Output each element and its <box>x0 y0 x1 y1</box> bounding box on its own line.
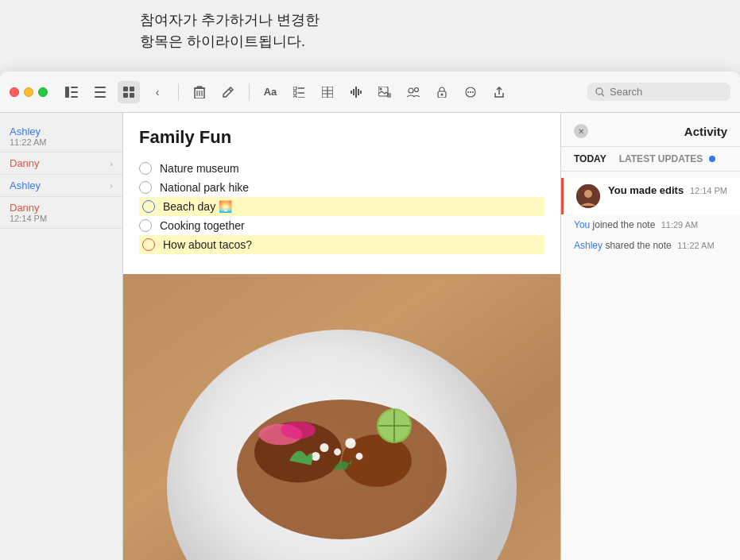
svg-rect-4 <box>95 87 106 88</box>
checklist-button[interactable] <box>288 81 310 103</box>
list-icon <box>95 87 106 98</box>
tooltip-line2: 항목은 하이라이트됩니다. <box>140 33 305 49</box>
svg-point-44 <box>596 88 602 95</box>
user-avatar-icon <box>576 184 600 208</box>
checklist-item-3[interactable]: Beach day 🌅 <box>139 197 544 216</box>
activity-header: ✕ Activity <box>561 113 740 147</box>
activity-time-1: 11:29 AM <box>661 220 698 230</box>
note-content[interactable]: Nature museum National park hike Beach d… <box>123 154 560 274</box>
svg-rect-6 <box>95 96 106 98</box>
activity-item-main: You made edits 12:14 PM <box>608 184 727 196</box>
food-svg <box>123 274 560 560</box>
tab-today[interactable]: TODAY <box>574 153 606 164</box>
checkbox-2[interactable] <box>139 181 152 194</box>
checklist-text-5: How about tacos? <box>163 238 252 251</box>
svg-point-37 <box>415 87 419 91</box>
activity-item-content: You made edits 12:14 PM <box>608 184 727 196</box>
trash-icon <box>194 86 205 98</box>
zoom-button[interactable] <box>38 87 48 97</box>
checklist-text-4: Cooking together <box>160 219 245 232</box>
search-icon <box>595 87 605 97</box>
tab-latest-updates[interactable]: LATEST UPDATES <box>619 153 715 164</box>
activity-item-you-joined: You joined the note 11:29 AM <box>561 214 740 235</box>
sidebar-item-ashley-1[interactable]: Ashley 11:22 AM <box>0 121 122 153</box>
separator-2 <box>249 83 250 101</box>
checklist-text-1: Nature museum <box>160 162 239 175</box>
sidebar-entry-time: 11:22 AM <box>10 137 113 147</box>
svg-line-45 <box>602 94 604 96</box>
edit-button[interactable] <box>217 81 239 103</box>
grid-view-button[interactable] <box>118 81 140 103</box>
search-box[interactable] <box>587 83 730 101</box>
collaborate-button[interactable] <box>402 81 424 103</box>
sidebar-item-danny-2[interactable]: Danny 12:14 PM <box>0 197 122 229</box>
checklist-item-5[interactable]: How about tacos? <box>139 235 544 254</box>
activity-item-you-made-edits[interactable]: You made edits 12:14 PM <box>561 178 740 214</box>
activity-action-2: shared the note <box>605 240 671 251</box>
activity-item-ashley-shared: Ashley shared the note 11:22 AM <box>561 235 740 256</box>
delete-button[interactable] <box>188 81 211 103</box>
waveform-icon <box>351 87 362 98</box>
media-button[interactable] <box>374 81 396 103</box>
activity-title: Activity <box>684 125 727 138</box>
tooltip-line1: 참여자가 추가하거나 변경한 <box>140 12 320 28</box>
checklist-item-4[interactable]: Cooking together <box>139 216 544 235</box>
table-button[interactable] <box>316 81 339 103</box>
back-button[interactable]: ‹ <box>146 81 169 103</box>
svg-point-58 <box>320 443 329 452</box>
note-header: Family Fun <box>123 113 560 154</box>
checklist-icon <box>293 87 304 98</box>
tooltip-overlay: 참여자가 추가하거나 변경한 항목은 하이라이트됩니다. <box>127 0 366 62</box>
svg-point-57 <box>281 422 316 439</box>
checkbox-5[interactable] <box>142 238 155 251</box>
share-button[interactable] <box>488 81 510 103</box>
svg-point-41 <box>467 91 469 93</box>
note-food-image <box>123 274 560 560</box>
svg-rect-10 <box>130 93 134 98</box>
sidebar-item-danny-1[interactable]: Danny › <box>0 153 122 175</box>
svg-point-34 <box>380 87 382 90</box>
search-input[interactable] <box>610 86 721 98</box>
close-button[interactable] <box>10 87 19 97</box>
svg-rect-7 <box>123 87 128 91</box>
audio-button[interactable] <box>345 81 367 103</box>
svg-rect-20 <box>293 91 296 95</box>
svg-rect-33 <box>378 87 388 96</box>
share-icon <box>494 87 505 98</box>
checkbox-4[interactable] <box>139 219 152 232</box>
lock-button[interactable] <box>431 81 453 103</box>
svg-point-60 <box>345 438 355 448</box>
activity-panel: ✕ Activity TODAY LATEST UPDATES <box>560 113 740 560</box>
minimize-button[interactable] <box>24 87 33 97</box>
avatar-you <box>576 184 600 208</box>
chevron-right-icon: › <box>110 181 113 191</box>
svg-point-39 <box>441 93 444 95</box>
format-text-button[interactable]: Aa <box>259 81 281 103</box>
latest-updates-dot <box>709 156 715 162</box>
sidebar-entry-time: 12:14 PM <box>10 214 113 223</box>
chevron-right-icon: › <box>110 159 113 168</box>
checklist-item-1[interactable]: Nature museum <box>139 159 544 178</box>
sidebar: Ashley 11:22 AM Danny › Ashley › Danny 1… <box>0 113 123 560</box>
sidebar-item-ashley-2[interactable]: Ashley › <box>0 175 122 197</box>
svg-rect-22 <box>293 96 296 98</box>
checkbox-3[interactable] <box>142 200 155 213</box>
activity-button[interactable] <box>459 81 482 103</box>
note-title: Family Fun <box>139 127 544 148</box>
photo-icon <box>378 87 391 98</box>
svg-rect-35 <box>387 93 391 98</box>
checklist-item-2[interactable]: National park hike <box>139 178 544 197</box>
list-view-button[interactable] <box>89 81 111 103</box>
svg-point-36 <box>409 88 413 93</box>
activity-icon <box>465 87 476 98</box>
activity-close-button[interactable]: ✕ <box>574 124 588 138</box>
sidebar-toggle-button[interactable] <box>60 81 83 103</box>
table-icon <box>322 87 333 98</box>
sidebar-entry-name: Ashley <box>10 126 113 137</box>
main-window: ‹ Aa <box>0 71 740 560</box>
svg-point-64 <box>584 190 592 198</box>
checklist-text-2: National park hike <box>160 181 249 194</box>
titlebar: ‹ Aa <box>0 71 740 113</box>
sidebar-entry-name: Danny <box>10 157 40 169</box>
checkbox-1[interactable] <box>139 162 152 175</box>
